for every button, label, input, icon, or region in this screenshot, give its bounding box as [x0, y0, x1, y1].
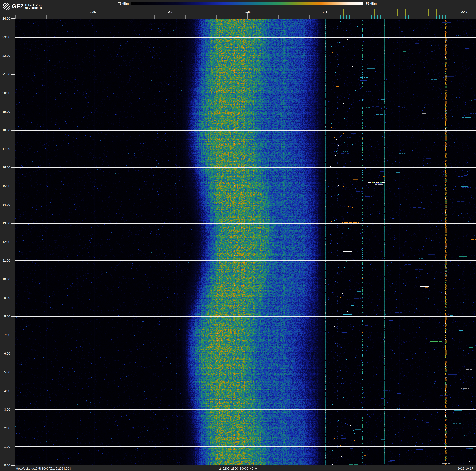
channel-tick-cyan [402, 15, 402, 18]
time-tick [11, 316, 15, 317]
freq-major-tick [170, 13, 170, 18]
channel-tick-yellow [421, 9, 421, 16]
channel-tick-yellow [367, 9, 367, 16]
time-tick [11, 410, 15, 410]
channel-tick-yellow [382, 9, 382, 16]
time-tick [11, 261, 15, 261]
channel-tick-cyan [411, 15, 412, 18]
time-tick [11, 223, 15, 223]
freq-minor-tick [294, 15, 294, 18]
freq-minor-tick [216, 15, 217, 18]
time-tick-label: 6:00 [0, 352, 10, 355]
channel-tick-cyan [377, 15, 378, 18]
freq-minor-tick [278, 15, 279, 18]
time-tick [11, 428, 15, 428]
channel-tick-cyan [442, 15, 443, 18]
footer-filename: 2_2200_2500_10000_40_0 [0, 467, 476, 471]
freq-minor-tick [309, 15, 309, 18]
time-tick-label: 19:00 [0, 110, 10, 113]
channel-tick-cyan [337, 15, 338, 18]
time-tick [11, 74, 15, 74]
time-tick-label: 15:00 [0, 184, 10, 188]
freq-tick-label: 2.35 [241, 10, 255, 14]
time-tick-label: 5:00 [0, 370, 10, 374]
channel-tick-cyan [396, 15, 396, 18]
channel-tick-yellow [436, 9, 437, 16]
channel-tick-cyan [371, 15, 372, 18]
channel-tick-cyan [449, 15, 449, 18]
time-tick-label: 4:00 [0, 389, 10, 393]
channel-tick-yellow [455, 9, 455, 16]
time-tick [11, 186, 15, 186]
freq-tick-label: 2.49 [457, 10, 471, 14]
channel-tick-cyan [365, 15, 365, 18]
channel-tick-cyan [349, 15, 350, 18]
spectrogram-canvas [15, 18, 476, 466]
time-tick [11, 372, 15, 372]
channel-tick-cyan [334, 15, 334, 18]
channel-tick-yellow [374, 9, 375, 16]
channel-tick-cyan [393, 15, 393, 18]
channel-tick-cyan [427, 15, 427, 18]
freq-minor-tick [201, 15, 201, 18]
freq-minor-tick [154, 15, 155, 18]
channel-tick-cyan [387, 15, 387, 18]
frequency-axis: 2.252.32.352.42.49 [0, 0, 476, 18]
freq-minor-tick [139, 15, 139, 18]
channel-tick-cyan [399, 15, 399, 18]
time-tick-label: 24:00 [0, 17, 10, 20]
freq-minor-tick [31, 15, 31, 18]
freq-minor-tick [232, 15, 232, 18]
time-tick-label: 17:00 [0, 147, 10, 151]
spectrogram-page: GFZ Helmholtz Centre for Geosciences -75… [0, 0, 476, 471]
channel-tick-yellow [390, 9, 390, 16]
time-tick [11, 242, 15, 242]
time-tick [11, 298, 15, 298]
channel-tick-cyan [331, 15, 331, 18]
freq-minor-tick [124, 15, 124, 18]
time-tick-label: 23:00 [0, 35, 10, 39]
freq-minor-tick [77, 15, 77, 18]
freq-minor-tick [186, 15, 186, 18]
channel-tick-cyan [439, 15, 440, 18]
time-tick [11, 130, 15, 130]
channel-tick-yellow [397, 9, 398, 16]
channel-tick-cyan [433, 15, 433, 18]
time-tick-label: 9:00 [0, 296, 10, 300]
time-tick [11, 391, 15, 391]
channel-tick-cyan [362, 15, 362, 18]
time-tick-label: 11:00 [0, 259, 10, 262]
freq-major-tick [93, 13, 93, 18]
time-tick-label: 7:00 [0, 333, 10, 337]
channel-tick-yellow [405, 9, 406, 16]
time-tick-label: 3:00 [0, 408, 10, 411]
time-tick-label: 13:00 [0, 221, 10, 225]
time-tick-label: 2:00 [0, 426, 10, 430]
channel-tick-cyan [418, 15, 418, 18]
channel-tick-cyan [408, 15, 408, 18]
time-tick [11, 149, 15, 149]
time-tick [11, 93, 15, 93]
channel-tick-cyan [346, 15, 347, 18]
freq-minor-tick [263, 15, 263, 18]
freq-minor-tick [62, 15, 62, 18]
channel-tick-cyan [415, 15, 415, 18]
time-tick [11, 37, 15, 37]
channel-tick-yellow [351, 9, 352, 16]
time-tick-label: 1:00 [0, 445, 10, 449]
time-tick [11, 354, 15, 354]
footer-date: 2025-10-17 [458, 467, 473, 471]
time-tick [11, 18, 15, 19]
time-axis: 24:0023:0022:0021:0020:0019:0018:0017:00… [0, 0, 15, 471]
time-tick-label: 14:00 [0, 203, 10, 206]
channel-tick-cyan [368, 15, 368, 18]
channel-tick-cyan [384, 15, 384, 18]
time-tick-label: 16:00 [0, 166, 10, 169]
time-tick [11, 447, 15, 447]
freq-tick-label: 2.4 [318, 10, 332, 14]
freq-tick-label: 2.25 [86, 10, 100, 14]
channel-tick-cyan [424, 15, 424, 18]
freq-major-tick [247, 13, 248, 18]
channel-tick-cyan [340, 15, 340, 18]
freq-major-tick [325, 13, 325, 18]
